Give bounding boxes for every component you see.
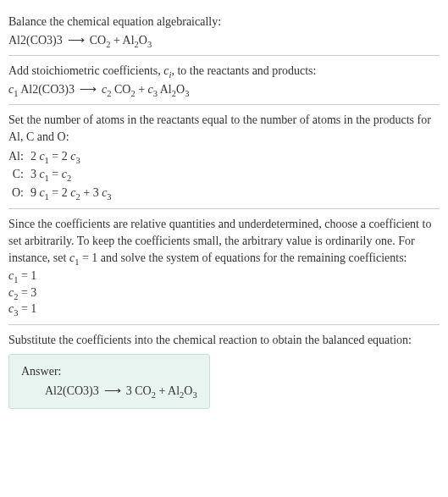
arrow-icon: ⟶ [80,81,97,98]
coefficient-solutions: c1 = 1 c2 = 3 c3 = 1 [8,268,440,318]
element-label: C: [8,165,30,184]
coeff-line: c2 = 3 [8,284,440,301]
unbalanced-equation: Al2(CO3)3⟶CO2 + Al2O3 [8,32,440,49]
element-label: Al: [8,147,30,166]
equation-cell: 3 c1 = c2 [30,165,117,184]
answer-label: Answer: [21,363,197,380]
coeff-line: c1 = 1 [8,268,440,284]
section-solve: Since the coefficients are relative quan… [8,209,440,325]
atom-equations-table: Al: 2 c1 = 2 c3 C: 3 c1 = c2 O: 9 c1 = 2… [8,147,117,202]
equation-cell: 9 c1 = 2 c2 + 3 c3 [30,184,117,202]
section-answer: Substitute the coefficients into the che… [8,325,440,416]
coeff-line: c3 = 1 [8,301,440,318]
arrow-icon: ⟶ [104,383,121,400]
section-atom-balance: Set the number of atoms in the reactants… [8,105,440,209]
arrow-icon: ⟶ [68,32,85,49]
text: , to the reactants and products: [171,64,316,77]
section-stoich-coeffs: Add stoichiometric coefficients, ci, to … [8,56,440,105]
prompt-text: Set the number of atoms in the reactants… [8,112,440,145]
equation-with-coeffs: c1 Al2(CO3)3⟶c2 CO2 + c3 Al2O3 [8,81,440,98]
table-row: O: 9 c1 = 2 c2 + 3 c3 [8,184,117,202]
prompt-text: Balance the chemical equation algebraica… [8,14,440,30]
table-row: C: 3 c1 = c2 [8,165,117,184]
prompt-text: Substitute the coefficients into the che… [8,332,440,349]
equation-cell: 2 c1 = 2 c3 [30,147,117,166]
prompt-text: Add stoichiometric coefficients, ci, to … [8,63,440,80]
balanced-equation: Al2(CO3)3⟶3 CO2 + Al2O3 [21,383,197,400]
text: and solve the system of equations for th… [97,251,407,264]
table-row: Al: 2 c1 = 2 c3 [8,147,117,166]
text: Add stoichiometric coefficients, [8,64,163,77]
element-label: O: [8,184,30,202]
section-balance-prompt: Balance the chemical equation algebraica… [8,7,440,56]
answer-box: Answer: Al2(CO3)3⟶3 CO2 + Al2O3 [8,354,210,409]
prompt-text: Since the coefficients are relative quan… [8,216,440,266]
